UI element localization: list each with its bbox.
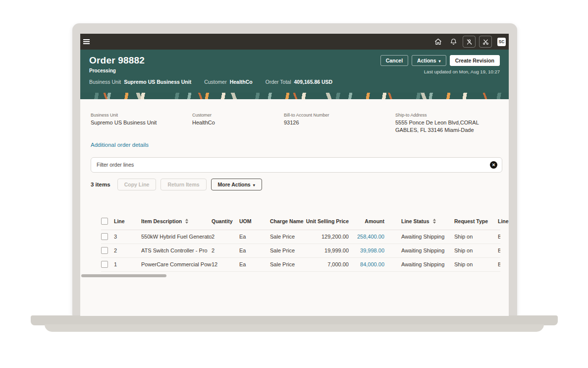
field-label: Customer [192, 113, 284, 118]
cell-qty: 12 [212, 261, 239, 267]
cell-linetype: Buy [498, 247, 500, 253]
meta-value: HealthCo [230, 79, 253, 85]
cell-usp: 129,200.00 [305, 234, 349, 240]
field-label: Bill-to Account Number [284, 113, 395, 118]
lines-toolbar: 3 items Copy LineReturn ItemsMore Action… [91, 179, 502, 190]
field-value: Supremo US Business Unit [91, 119, 192, 126]
table-row: 3550kW Hybrid Fuel Generator2EaSale Pric… [101, 230, 500, 244]
menu-hamburger-icon[interactable] [83, 36, 94, 47]
person-slash-icon[interactable] [463, 36, 476, 48]
toolbar-button-return-items[interactable]: Return Items [160, 179, 206, 190]
app-screen: SC Order 98882 Processing Cancel Actions… [80, 34, 509, 316]
filter-order-lines-input[interactable] [96, 161, 490, 168]
column-header-item[interactable]: Item Description [141, 218, 212, 224]
cell-line: 2 [114, 247, 141, 253]
scissors-icon[interactable] [479, 36, 492, 48]
filter-bar: × [91, 157, 502, 173]
column-header-qty: Quantity [212, 218, 239, 224]
page-canvas: SC Order 98882 Processing Cancel Actions… [0, 0, 588, 368]
column-header-uom: UOM [239, 218, 270, 224]
detail-customer: Customer HealthCo [192, 113, 284, 134]
table-body: 3550kW Hybrid Fuel Generator2EaSale Pric… [101, 230, 500, 272]
table-row: 1PowerCare Commercial Power M12EaSale Pr… [101, 258, 500, 272]
checkbox-box [101, 218, 108, 225]
column-header-charge: Charge Name [270, 218, 305, 224]
clear-filter-icon[interactable]: × [490, 161, 497, 169]
column-header-usp: Unit Selling Price [305, 218, 349, 224]
cell-request: Ship on [454, 247, 498, 253]
cell-uom: Ea [239, 261, 270, 267]
row-checkbox[interactable] [101, 233, 114, 240]
order-lines-table: LineItem DescriptionQuantityUOMCharge Na… [101, 213, 500, 272]
order-content: Business Unit Supremo US Business Unit C… [80, 113, 509, 272]
column-header-linetype: Line Type [498, 218, 509, 224]
field-value: 93126 [284, 119, 395, 126]
table-header-row: LineItem DescriptionQuantityUOMCharge Na… [101, 213, 500, 230]
column-label: Charge Name [270, 218, 304, 224]
sort-icon[interactable] [185, 219, 188, 224]
column-header-status[interactable]: Line Status [384, 218, 454, 224]
field-value: HealthCo [192, 119, 284, 126]
bell-icon[interactable] [447, 36, 459, 47]
cell-charge: Sale Price [270, 234, 305, 240]
actions-menu-label: Actions [417, 58, 436, 63]
checkbox-box [101, 233, 108, 240]
banner-meta: Business UnitSupremo US Business Unit Cu… [89, 79, 500, 85]
cell-status: Awaiting Shipping [384, 234, 454, 240]
detail-business-unit: Business Unit Supremo US Business Unit [91, 113, 192, 134]
cancel-button[interactable]: Cancel [380, 55, 408, 66]
checkbox-box [101, 261, 108, 268]
scrollbar-thumb[interactable] [81, 274, 166, 277]
column-label: Unit Selling Price [306, 218, 349, 224]
additional-order-details-link[interactable]: Additional order details [91, 142, 149, 148]
cell-usp: 7,000.00 [305, 261, 349, 267]
items-count: 3 items [91, 182, 110, 187]
row-checkbox[interactable] [101, 247, 114, 254]
row-checkbox[interactable] [101, 261, 114, 268]
cell-linetype: Buy [498, 234, 500, 240]
cell-usp: 19,999.00 [305, 247, 349, 253]
top-app-bar: SC [80, 34, 509, 50]
field-label: Business Unit [91, 113, 192, 118]
column-label: Line [114, 218, 125, 224]
banner-actions: Cancel Actions▾ Create Revision Last upd… [380, 55, 500, 74]
cell-line: 3 [114, 234, 141, 240]
banner-decorative-pattern [80, 93, 509, 99]
user-avatar[interactable]: SC [497, 38, 506, 46]
sort-icon[interactable] [433, 219, 436, 224]
column-header-line: Line [114, 218, 141, 224]
cell-charge: Sale Price [270, 261, 305, 267]
cell-qty: 2 [212, 234, 239, 240]
order-status: Processing [89, 68, 145, 73]
meta-business-unit: Business UnitSupremo US Business Unit [89, 79, 191, 85]
detail-bill-to-account: Bill-to Account Number 93126 [284, 113, 395, 134]
checkbox-box [101, 247, 108, 254]
last-updated-text: Last updated on Mon, Aug 19, 10:27 [380, 69, 500, 74]
cell-amount[interactable]: 84,000.00 [349, 261, 384, 267]
cell-status: Awaiting Shipping [384, 261, 454, 267]
cell-amount[interactable]: 258,400.00 [349, 234, 384, 240]
cell-uom: Ea [239, 247, 270, 253]
column-label: UOM [239, 218, 252, 224]
toolbar-button-more-actions[interactable]: More Actions▾ [211, 179, 262, 190]
cell-request: Ship on [454, 261, 498, 267]
laptop-base-lip [45, 324, 544, 332]
cell-amount[interactable]: 39,998.00 [349, 247, 384, 253]
field-label: Ship-to Address [395, 113, 502, 118]
home-icon[interactable] [432, 36, 444, 47]
chevron-down-icon: ▾ [439, 59, 441, 63]
meta-order-total: Order Total409,165.86 USD [266, 79, 332, 85]
chevron-down-icon: ▾ [253, 183, 255, 187]
create-revision-button[interactable]: Create Revision [450, 55, 500, 66]
laptop-base [31, 315, 558, 325]
toolbar-button-copy-line[interactable]: Copy Line [117, 179, 157, 190]
cell-qty: 2 [212, 247, 239, 253]
column-label: Line Type [498, 218, 509, 224]
meta-customer: CustomerHealthCo [204, 79, 253, 85]
actions-menu-button[interactable]: Actions▾ [412, 55, 446, 66]
select-all-checkbox[interactable] [101, 218, 114, 225]
cell-line: 1 [114, 261, 141, 267]
column-label: Quantity [212, 218, 233, 224]
column-label: Item Description [141, 218, 182, 224]
meta-value: Supremo US Business Unit [124, 79, 191, 85]
